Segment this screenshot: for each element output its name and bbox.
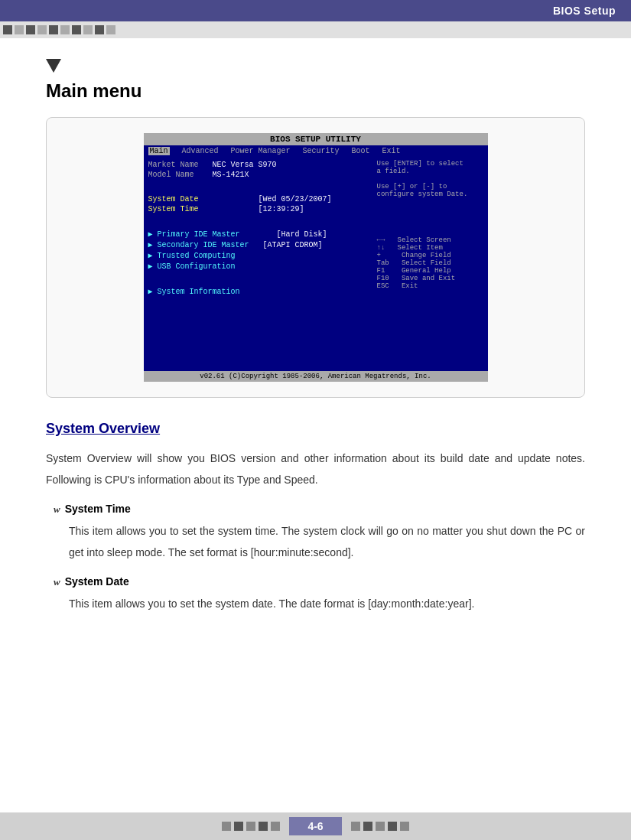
bot-sq-5 [271, 822, 280, 831]
bullet-system-time-title: System Time [65, 503, 131, 515]
bullet-system-date: w System Date This item allows you to se… [54, 575, 585, 614]
bios-usb-config: ▶ USB Configuration [148, 261, 365, 272]
bios-nav-5: F1 General Help [377, 267, 483, 275]
bios-menu-power[interactable]: Power Manager [231, 147, 291, 155]
bios-help-line-1: Use [ENTER] to select [377, 160, 483, 168]
bios-help-spacer [377, 175, 483, 183]
bios-secondary-ide-value: [ATAPI CDROM] [263, 241, 323, 249]
bullet-system-date-label: w System Date [54, 575, 585, 588]
deco-sq-9 [95, 25, 104, 34]
bot-sq-3 [246, 822, 255, 831]
bot-sq-10 [400, 822, 409, 831]
header-title: BIOS Setup [553, 5, 616, 17]
bios-right-panel: Use [ENTER] to select a field. Use [+] o… [372, 160, 483, 368]
deco-sq-7 [72, 25, 81, 34]
bios-secondary-ide-label: ▶ Secondary IDE Master [148, 241, 249, 249]
deco-sq-3 [26, 25, 35, 34]
bot-sq-4 [259, 822, 268, 831]
header-bar: BIOS Setup [0, 0, 631, 21]
bios-footer: v02.61 (C)Copyright 1985-2006, American … [144, 371, 488, 382]
bios-body: Market Name NEC Versa S970 Model Name MS… [144, 157, 488, 371]
bullet-system-date-content: This item allows you to set the system d… [54, 593, 585, 614]
bios-title-bar: BIOS SETUP UTILITY [144, 133, 488, 145]
bios-menu-advanced[interactable]: Advanced [182, 147, 219, 155]
bot-sq-2 [234, 822, 243, 831]
bios-trusted-computing: ▶ Trusted Computing [148, 250, 365, 261]
bot-sq-9 [388, 822, 397, 831]
section-overview-description: System Overview will show you BIOS versi… [46, 448, 585, 490]
bullet-system-time-label: w System Time [54, 503, 585, 516]
bot-sq-8 [376, 822, 385, 831]
bios-system-date: System Date [Wed 05/23/2007] [148, 194, 365, 204]
bios-screenshot-container: BIOS SETUP UTILITY Main Advanced Power M… [46, 117, 585, 398]
bot-sq-7 [363, 822, 372, 831]
bullet-list: w System Time This item allows you to se… [46, 503, 585, 614]
deco-sq-5 [49, 25, 58, 34]
deco-sq-2 [15, 25, 24, 34]
bios-system-date-value: [Wed 05/23/2007] [259, 195, 332, 203]
bios-market-name-value: NEC Versa S970 [213, 161, 277, 169]
bios-menu-main[interactable]: Main [148, 147, 170, 155]
system-overview-section: System Overview System Overview will sho… [46, 421, 585, 614]
bios-usb-label: ▶ USB Configuration [148, 262, 236, 271]
deco-sq-8 [83, 25, 93, 34]
arrow-section [0, 38, 631, 73]
bottom-bar: 4-6 [0, 812, 631, 840]
deco-sq-6 [60, 25, 70, 34]
bios-primary-ide-label: ▶ Primary IDE Master [148, 230, 240, 239]
bios-nav-hints: ←→ Select Screen ↑↓ Select Item + Change… [377, 236, 483, 290]
bios-secondary-ide: ▶ Secondary IDE Master [ATAPI CDROM] [148, 239, 365, 250]
page-number-badge: 4-6 [289, 817, 341, 835]
bios-menu-boot[interactable]: Boot [352, 147, 370, 155]
bios-model-name-value: MS-1421X [213, 171, 249, 179]
deco-sq-1 [3, 25, 12, 34]
bios-menu-security[interactable]: Security [303, 147, 340, 155]
bios-help-line-3: Use [+] or [-] to [377, 183, 483, 190]
bios-trusted-label: ▶ Trusted Computing [148, 252, 236, 260]
bios-system-time: System Time [12:39:29] [148, 204, 365, 214]
bios-nav-1: ←→ Select Screen [377, 236, 483, 244]
page-title: Main menu [46, 80, 585, 102]
bot-sq-1 [222, 822, 231, 831]
bot-sq-6 [351, 822, 360, 831]
deco-sq-4 [37, 25, 47, 34]
bios-nav-7: ESC Exit [377, 282, 483, 290]
deco-sq-10 [106, 25, 115, 34]
bullet-marker-2: w [54, 576, 60, 588]
bios-sep-3 [148, 275, 365, 283]
bios-primary-ide-value: [Hard Disk] [277, 230, 327, 239]
bios-menu-bar: Main Advanced Power Manager Security Boo… [144, 145, 488, 157]
bios-nav-4: Tab Select Field [377, 259, 483, 267]
bios-left-panel: Market Name NEC Versa S970 Model Name MS… [148, 160, 365, 368]
bios-help-line-4: configure system Date. [377, 190, 483, 198]
bullet-system-date-title: System Date [65, 575, 129, 588]
bullet-marker-1: w [54, 503, 60, 516]
main-content: Main menu BIOS SETUP UTILITY Main Advanc… [0, 73, 631, 642]
bullet-system-time-content: This item allows you to set the system t… [54, 520, 585, 563]
bios-help-line-2: a field. [377, 168, 483, 175]
bios-model-name: Model Name MS-1421X [148, 170, 365, 180]
bios-menu-exit[interactable]: Exit [382, 147, 401, 155]
down-arrow-icon [46, 59, 61, 73]
bottom-deco-left [222, 822, 280, 831]
bios-sep-1 [148, 183, 365, 191]
bios-system-time-value: [12:39:29] [259, 205, 304, 213]
bios-screen: BIOS SETUP UTILITY Main Advanced Power M… [144, 133, 488, 382]
bios-sysinfo-label: ▶ System Information [148, 288, 240, 296]
top-decoration [0, 21, 631, 38]
section-overview-heading: System Overview [46, 421, 585, 437]
bios-market-name: Market Name NEC Versa S970 [148, 160, 365, 170]
bios-primary-ide: ▶ Primary IDE Master [Hard Disk] [148, 229, 365, 239]
bios-sep-2 [148, 217, 365, 226]
bullet-system-time: w System Time This item allows you to se… [54, 503, 585, 563]
bios-system-info: ▶ System Information [148, 286, 365, 297]
bios-nav-3: + Change Field [377, 252, 483, 259]
bottom-deco-right [351, 822, 409, 831]
bios-nav-6: F10 Save and Exit [377, 275, 483, 282]
bios-nav-2: ↑↓ Select Item [377, 244, 483, 252]
